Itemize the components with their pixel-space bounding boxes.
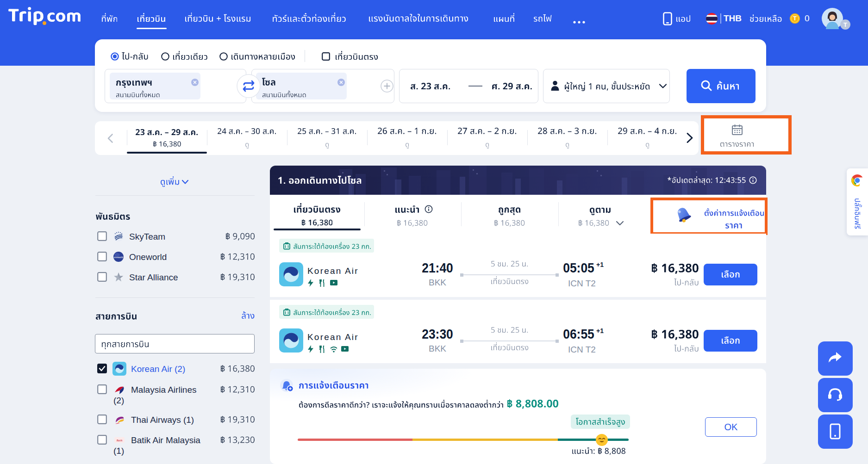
svg-text:Batik: Batik [117, 439, 123, 442]
svg-text:T: T [843, 21, 847, 28]
svg-text:T: T [793, 15, 797, 22]
svg-text:oneworld: oneworld [114, 256, 124, 259]
